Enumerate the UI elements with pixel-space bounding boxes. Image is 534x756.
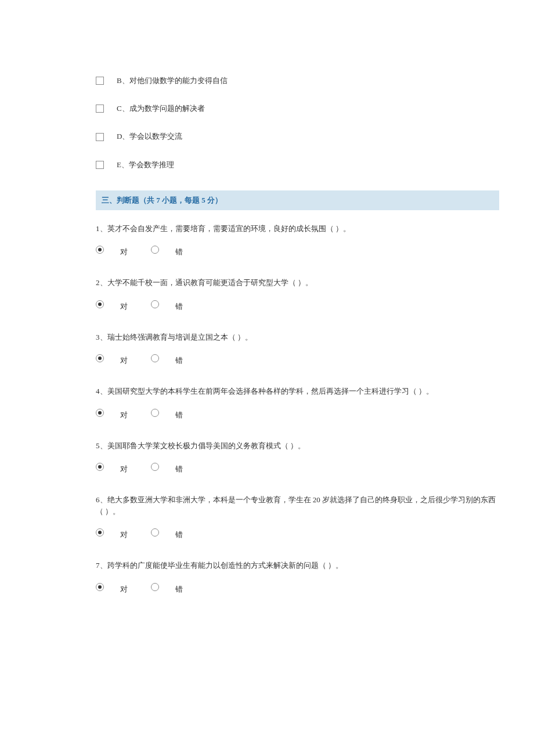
radio-true[interactable] <box>96 300 104 308</box>
radio-false-label: 错 <box>175 530 183 540</box>
radio-false-group: 错 <box>151 244 183 255</box>
question-block: 7、跨学科的广度能使毕业生有能力以创造性的方式来解决新的问题（ ）。 对 错 <box>96 560 499 592</box>
radio-row: 对 错 <box>96 408 499 418</box>
radio-true-group: 对 <box>96 299 128 309</box>
radio-true-group: 对 <box>96 408 128 418</box>
section-header-judgement: 三、判断题（共 7 小题，每题 5 分） <box>96 190 499 210</box>
radio-false[interactable] <box>151 246 159 254</box>
question-block: 4、美国研究型大学的本科学生在前两年会选择各种各样的学科，然后再选择一个主科进行… <box>96 386 499 418</box>
radio-true[interactable] <box>96 583 104 591</box>
checkbox[interactable] <box>96 161 104 169</box>
radio-true-group: 对 <box>96 353 128 363</box>
radio-false[interactable] <box>151 583 159 591</box>
question-block: 3、瑞士始终强调教育与培训是立国之本（ ）。 对 错 <box>96 332 499 364</box>
radio-false-group: 错 <box>151 408 183 418</box>
radio-true-label: 对 <box>120 355 128 366</box>
question-text: 2、大学不能千校一面，通识教育可能更适合于研究型大学（ ）。 <box>96 277 499 289</box>
radio-false-label: 错 <box>175 410 183 420</box>
checkbox[interactable] <box>96 105 104 113</box>
question-text: 7、跨学科的广度能使毕业生有能力以创造性的方式来解决新的问题（ ）。 <box>96 560 499 571</box>
radio-true-label: 对 <box>120 247 128 257</box>
radio-false[interactable] <box>151 409 159 417</box>
radio-false-label: 错 <box>175 301 183 312</box>
checkbox[interactable] <box>96 133 104 141</box>
radio-false-group: 错 <box>151 582 183 592</box>
radio-true-group: 对 <box>96 244 128 255</box>
radio-row: 对 错 <box>96 244 499 255</box>
radio-false-group: 错 <box>151 527 183 538</box>
radio-false-label: 错 <box>175 584 183 595</box>
question-block: 6、绝大多数亚洲大学和非洲大学，本科是一个专业教育，学生在 20 岁就选择了自己… <box>96 494 499 538</box>
radio-row: 对 错 <box>96 527 499 538</box>
multichoice-option: E、学会数学推理 <box>96 160 499 170</box>
radio-false-label: 错 <box>175 247 183 257</box>
question-block: 5、美国耶鲁大学莱文校长极力倡导美国的义务教育模式（ ）。 对 错 <box>96 440 499 473</box>
radio-false-label: 错 <box>175 464 183 474</box>
radio-false[interactable] <box>151 354 159 362</box>
question-text: 5、美国耶鲁大学莱文校长极力倡导美国的义务教育模式（ ）。 <box>96 440 499 452</box>
radio-true-label: 对 <box>120 530 128 540</box>
radio-false[interactable] <box>151 463 159 471</box>
question-text: 1、英才不会自发产生，需要培育，需要适宜的环境，良好的成长氛围（ ）。 <box>96 223 499 235</box>
radio-false-group: 错 <box>151 299 183 309</box>
radio-true-label: 对 <box>120 410 128 420</box>
option-text: E、学会数学推理 <box>117 160 174 170</box>
radio-true-label: 对 <box>120 301 128 312</box>
multichoice-option: C、成为数学问题的解决者 <box>96 103 499 114</box>
multichoice-option: B、对他们做数学的能力变得自信 <box>96 75 499 86</box>
radio-row: 对 错 <box>96 462 499 472</box>
question-text: 3、瑞士始终强调教育与培训是立国之本（ ）。 <box>96 332 499 343</box>
question-text: 6、绝大多数亚洲大学和非洲大学，本科是一个专业教育，学生在 20 岁就选择了自己… <box>96 494 499 517</box>
radio-true[interactable] <box>96 354 104 362</box>
question-text: 4、美国研究型大学的本科学生在前两年会选择各种各样的学科，然后再选择一个主科进行… <box>96 386 499 397</box>
radio-true-label: 对 <box>120 464 128 474</box>
radio-false-label: 错 <box>175 355 183 366</box>
radio-true[interactable] <box>96 463 104 471</box>
radio-true[interactable] <box>96 528 104 537</box>
multichoice-option: D、学会以数学交流 <box>96 131 499 142</box>
radio-true-label: 对 <box>120 584 128 595</box>
radio-true[interactable] <box>96 409 104 417</box>
radio-row: 对 错 <box>96 353 499 363</box>
radio-true-group: 对 <box>96 582 128 592</box>
question-block: 1、英才不会自发产生，需要培育，需要适宜的环境，良好的成长氛围（ ）。 对 错 <box>96 223 499 255</box>
question-block: 2、大学不能千校一面，通识教育可能更适合于研究型大学（ ）。 对 错 <box>96 277 499 309</box>
radio-row: 对 错 <box>96 299 499 309</box>
option-text: D、学会以数学交流 <box>117 131 182 142</box>
radio-true-group: 对 <box>96 462 128 472</box>
radio-false-group: 错 <box>151 462 183 472</box>
radio-true[interactable] <box>96 246 104 254</box>
radio-false[interactable] <box>151 528 159 537</box>
radio-false-group: 错 <box>151 353 183 363</box>
radio-false[interactable] <box>151 300 159 308</box>
checkbox[interactable] <box>96 77 104 85</box>
radio-true-group: 对 <box>96 527 128 538</box>
radio-row: 对 错 <box>96 582 499 592</box>
option-text: C、成为数学问题的解决者 <box>117 103 205 114</box>
option-text: B、对他们做数学的能力变得自信 <box>117 75 228 86</box>
